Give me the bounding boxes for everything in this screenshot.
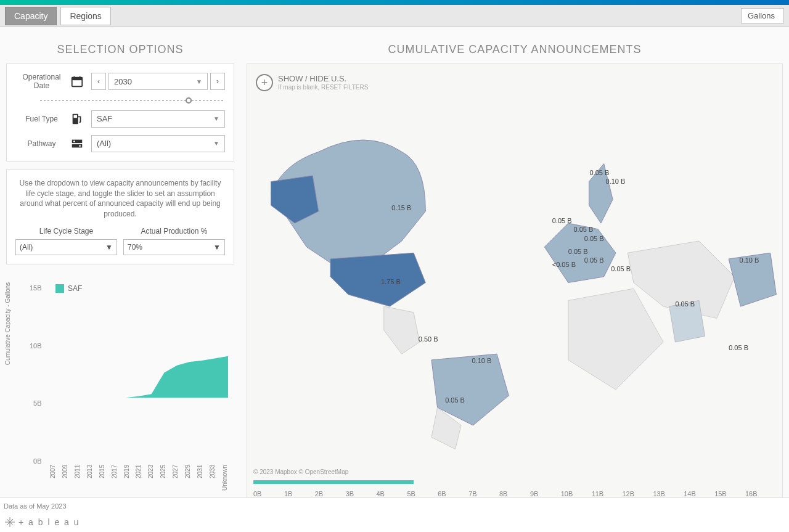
scale-tick: 7B [468, 490, 499, 497]
selection-options-title: SELECTION OPTIONS [6, 43, 234, 56]
fuel-type-value: SAF [97, 114, 112, 123]
world-map[interactable]: + SHOW / HIDE U.S. If map is blank, RESE… [247, 63, 783, 502]
map-label-se-asia: 0.05 B [729, 344, 748, 351]
data-as-of: Data as of May 2023 [4, 502, 67, 510]
fuel-type-label: Fuel Type [15, 115, 68, 123]
slider-thumb[interactable] [186, 97, 192, 104]
help-text: Use the dropdown to view capacity announ… [15, 178, 225, 219]
plus-icon[interactable]: + [256, 74, 273, 91]
svg-point-8 [73, 141, 75, 142]
map-attribution: © 2023 Mapbox © OpenStreetMap [253, 469, 348, 475]
map-label-argentina: 0.05 B [445, 396, 465, 404]
y-axis-label: Cumulative Capacity - Gallons [4, 282, 11, 366]
map-label-china: 0.10 B [740, 256, 759, 264]
controls-panel: Operational Date ‹ 2030 ▼ › Fuel [6, 63, 234, 162]
map-label-canada: 0.15 B [391, 204, 411, 211]
tab-regions[interactable]: Regions [60, 7, 110, 25]
pathway-value: (All) [97, 139, 111, 148]
x-tick: 2031 [197, 465, 203, 502]
unit-selector[interactable]: Gallons [741, 8, 784, 23]
x-tick: 2015 [99, 465, 105, 502]
capacity-chart: SAF Cumulative Capacity - Gallons 15B10B… [6, 272, 234, 502]
date-prev-button[interactable]: ‹ [91, 73, 106, 90]
scale-tick: 8B [499, 490, 530, 497]
scale-tick: 5B [407, 490, 438, 497]
chevron-down-icon: ▼ [213, 140, 219, 147]
map-label-india: 0.05 B [675, 300, 695, 308]
scale-tick: 4B [377, 490, 407, 497]
map-label-spain: <0.05 B [552, 261, 576, 268]
chevron-down-icon: ▼ [105, 243, 113, 252]
chevron-down-icon: ▼ [213, 243, 221, 252]
map-label-united-states: 1.75 B [381, 278, 401, 285]
operational-date-dropdown[interactable]: 2030 ▼ [108, 73, 208, 90]
date-next-button[interactable]: › [210, 73, 225, 90]
scale-tick: 16B [745, 490, 776, 497]
map-label-france: 0.05 B [568, 248, 588, 255]
scale-tick: 9B [530, 490, 561, 497]
life-cycle-value: (All) [20, 243, 33, 252]
x-tick: Unknown [221, 465, 228, 502]
scale-tick: 11B [592, 490, 623, 497]
scale-tick: 6B [438, 490, 468, 497]
assumptions-panel: Use the dropdown to view capacity announ… [6, 169, 234, 264]
fuel-type-dropdown[interactable]: SAF ▼ [91, 110, 225, 128]
x-tick: 2013 [86, 465, 93, 502]
map-label-norway: 0.05 B [590, 169, 610, 176]
x-tick: 2011 [74, 465, 81, 502]
scale-tick: 2B [315, 490, 346, 497]
unit-value: Gallons [748, 11, 775, 20]
toggle-sublabel: If map is blank, RESET FILTERS [278, 84, 368, 91]
scale-tick: 12B [623, 490, 653, 497]
actual-production-value: 70% [128, 243, 142, 252]
map-label-uk: 0.05 B [552, 217, 572, 224]
scale-bar [253, 480, 414, 484]
scale-tick: 3B [346, 490, 377, 497]
x-tick: 2033 [209, 465, 216, 502]
scale-tick: 14B [684, 490, 714, 497]
x-tick: 2023 [147, 465, 154, 502]
tableau-logo: + a b l e a u [5, 517, 80, 527]
map-title: CUMULATIVE CAPACITY ANNOUNCEMENTS [247, 43, 783, 56]
pathway-dropdown[interactable]: (All) ▼ [91, 135, 225, 152]
x-tick: 2021 [135, 465, 142, 502]
y-tick: 0B [30, 457, 42, 465]
footer: Data as of May 2023 + a b l e a u [0, 497, 789, 532]
map-label-germany: 0.05 B [584, 235, 604, 242]
scale-tick: 1B [284, 490, 315, 497]
logo-text: + a b l e a u [18, 517, 80, 527]
pathway-icon [68, 137, 86, 150]
map-label-sweden: 0.10 B [606, 178, 626, 185]
y-tick: 15B [30, 284, 42, 292]
x-tick: 2019 [123, 465, 130, 502]
calendar-icon [68, 75, 86, 88]
actual-production-label: Actual Production % [123, 227, 225, 235]
actual-production-dropdown[interactable]: 70% ▼ [123, 239, 225, 255]
x-tick: 2029 [184, 465, 191, 502]
x-tick: 2007 [49, 465, 56, 502]
x-tick: 2009 [62, 465, 68, 502]
svg-point-9 [79, 145, 81, 147]
life-cycle-dropdown[interactable]: (All) ▼ [15, 239, 117, 255]
map-label-brazil: 0.10 B [472, 357, 492, 364]
chevron-down-icon: ▼ [196, 78, 202, 85]
tab-bar: Capacity Regions Gallons [0, 5, 789, 27]
svg-rect-1 [72, 78, 83, 81]
toggle-label: SHOW / HIDE U.S. [278, 74, 368, 84]
tab-capacity[interactable]: Capacity [5, 7, 57, 25]
map-label-costa-rica: 0.50 B [419, 335, 438, 343]
toggle-us-button[interactable]: + SHOW / HIDE U.S. If map is blank, RESE… [256, 74, 368, 91]
date-slider[interactable] [40, 98, 225, 103]
operational-date-value: 2030 [114, 77, 132, 86]
x-tick: 2017 [111, 465, 118, 502]
scale-tick: 15B [714, 490, 745, 497]
fuel-pump-icon [68, 112, 86, 126]
map-label-turkey: 0.05 B [611, 265, 631, 272]
x-tick: 2025 [160, 465, 166, 502]
operational-date-label: Operational Date [15, 73, 68, 91]
scale-tick: 13B [653, 490, 684, 497]
y-tick: 10B [30, 342, 42, 350]
pathway-label: Pathway [15, 139, 68, 148]
y-tick: 5B [30, 399, 42, 407]
x-tick: 2027 [172, 465, 179, 502]
